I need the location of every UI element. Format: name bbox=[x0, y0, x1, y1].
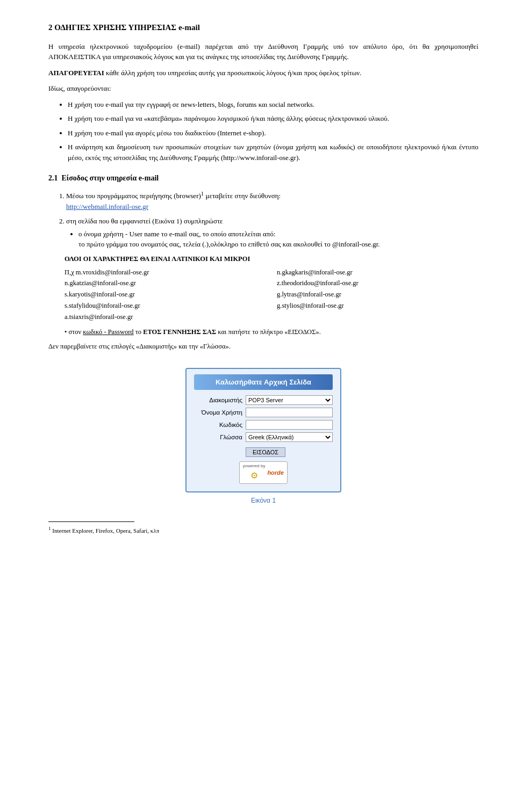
apag-text: κάθε άλλη χρήση του υπηρεσίας αυτής για … bbox=[104, 69, 362, 77]
list-item: Η ανάρτηση και δημοσίευση των προσωπικών… bbox=[68, 142, 478, 163]
all-caps-note: ΟΛΟΙ ΟΙ ΧΑΡΑΚΤΗΡΕΣ ΘΑ ΕΙΝΑΙ ΛΑΤΙΝΙΚΟΙ ΚΑ… bbox=[64, 254, 478, 264]
login-button[interactable]: ΕΙΣΟΔΟΣ bbox=[246, 447, 285, 457]
button-row: ΕΙΣΟΔΟΣ bbox=[194, 445, 333, 457]
diakомistis-row: Διακομιστής POP3 Server bbox=[194, 395, 333, 405]
figure-container: Καλωσήρθατε Αρχική Σελίδα Διακομιστής PO… bbox=[183, 368, 344, 506]
horde-badge: powered by ⚙ horde bbox=[239, 461, 288, 484]
step-1: 1. Μέσω του προγράμματος περιήγησης (bro… bbox=[59, 189, 478, 212]
footnote-separator bbox=[48, 521, 134, 522]
step2-bullets: ο όνομα χρήστη - User name το e-mail σας… bbox=[78, 229, 478, 250]
list-item: Η χρήση του e-mail για να «κατεβάσμα» πα… bbox=[68, 113, 478, 124]
email-ex-4-right: g.stylios@inforail-ose.gr bbox=[277, 301, 478, 311]
restriction-list: Η χρήση του e-mail για την εγγραφή σε ne… bbox=[68, 99, 478, 163]
username-row: Όνομα Χρήστη bbox=[194, 408, 333, 417]
footnote-text: Internet Explorer, Firefox, Opera, Safar… bbox=[52, 527, 159, 534]
password-prefix: στον bbox=[69, 328, 83, 336]
step2-sub1-text: το πρώτο γράμμα του ονοματός σας, τελεία… bbox=[78, 240, 380, 248]
intro-paragraph: Η υπηρεσία ηλεκτρονικού ταχυδρομείου (e-… bbox=[48, 41, 478, 62]
email-ex-2-left: n.gkatzias@inforail-ose.gr bbox=[64, 278, 266, 288]
step-2: 2. στη σελίδα που θα εμφανιστεί (Εικόνα … bbox=[59, 216, 478, 250]
email-ex-4-left: s.stafylidou@inforail-ose.gr bbox=[64, 301, 266, 311]
horde-gear-icon: ⚙ bbox=[250, 469, 258, 482]
step2-bullet-1: ο όνομα χρήστη - User name το e-mail σας… bbox=[78, 229, 478, 250]
horde-label: horde bbox=[267, 468, 284, 477]
section-title: 2 ΟΔΗΓΙΕΣ ΧΡΗΣΗΣ ΥΠΗΡΕΣΙΑΣ e-mail bbox=[48, 21, 478, 34]
email-ex-5-left: a.tsiaxris@inforail-ose.gr bbox=[64, 312, 266, 322]
step1-link[interactable]: http://webmail.inforail-ose.gr bbox=[66, 202, 148, 211]
language-label: Γλώσσα bbox=[194, 433, 242, 442]
footnote: 1 Internet Explorer, Firefox, Opera, Saf… bbox=[48, 525, 478, 535]
password-suffix: το ΕΤΟΣ ΓΕΝΝΗΣΗΣ ΣΑΣ και πατήστε το πλήκ… bbox=[134, 328, 321, 336]
footnote-number: 1 bbox=[48, 526, 51, 531]
diatopoi-note: Δεν παρεμβαίνετε στις επιλογές «Διακομισ… bbox=[48, 342, 478, 352]
email-ex-1-right: n.gkagkaris@inforail-ose.gr bbox=[277, 267, 478, 278]
email-ex-3-left: s.karyotis@inforail-ose.gr bbox=[64, 289, 266, 300]
password-label: Κωδικός bbox=[194, 421, 242, 430]
password-input[interactable] bbox=[246, 420, 333, 430]
horde-logo: powered by ⚙ horde bbox=[194, 461, 333, 484]
login-box-title: Καλωσήρθατε Αρχική Σελίδα bbox=[194, 374, 333, 390]
step2-bullet-text: ο όνομα χρήστη - User name το e-mail σας… bbox=[78, 230, 276, 238]
subsection-number: 2.1 bbox=[48, 174, 58, 182]
username-label: Όνομα Χρήστη bbox=[194, 408, 242, 417]
email-ex-3-right: g.lytras@inforail-ose.gr bbox=[277, 289, 478, 300]
subsection-heading: Είσοδος στην υπηρεσία e-mail bbox=[62, 174, 159, 182]
diakomistis-select[interactable]: POP3 Server bbox=[246, 395, 333, 405]
figure-caption: Εικόνα 1 bbox=[251, 496, 276, 505]
username-input[interactable] bbox=[246, 408, 333, 417]
steps-list: 1. Μέσω του προγράμματος περιήγησης (bro… bbox=[59, 189, 478, 250]
list-item: Η χρήση του e-mail για την εγγραφή σε ne… bbox=[68, 99, 478, 110]
section-number: 2 bbox=[48, 23, 53, 32]
login-box: Καλωσήρθατε Αρχική Σελίδα Διακομιστής PO… bbox=[185, 368, 341, 493]
password-line: • στον κωδικό - Password το ΕΤΟΣ ΓΕΝΝΗΣΗ… bbox=[64, 327, 478, 337]
step2-num: 2. bbox=[59, 217, 64, 225]
email-ex-5-right bbox=[277, 312, 478, 322]
diakомistis-label: Διακομιστής bbox=[194, 396, 242, 405]
section-heading: ΟΔΗΓΙΕΣ ΧΡΗΣΗΣ ΥΠΗΡΕΣΙΑΣ e-mail bbox=[54, 23, 200, 32]
password-row: Κωδικός bbox=[194, 420, 333, 430]
apag-paragraph: ΑΠΑΓΟΡΕΥΕΤΑΙ κάθε άλλη χρήση του υπηρεσί… bbox=[48, 68, 478, 78]
step1-text2: μεταβείτε στην διεύθυνση: bbox=[204, 192, 281, 200]
language-row: Γλώσσα Greek (Ελληνικά) bbox=[194, 432, 333, 442]
password-underline: κωδικό - Password bbox=[83, 328, 133, 336]
language-select[interactable]: Greek (Ελληνικά) bbox=[246, 432, 333, 442]
email-ex-2-right: z.theodoridou@inforail-ose.gr bbox=[277, 278, 478, 288]
step1-text: Μέσω του προγράμματος περιήγησης (browse… bbox=[66, 192, 201, 200]
idios-paragraph: Ιδίως, απαγορεύονται: bbox=[48, 83, 478, 94]
email-ex-1-left: Π,χ m.vroxidis@inforail-ose.gr bbox=[64, 267, 266, 278]
step2-text: στη σελίδα που θα εμφανιστεί (Εικόνα 1) … bbox=[66, 217, 223, 225]
subsection-2-1-title: 2.1 Είσοδος στην υπηρεσία e-mail bbox=[48, 172, 478, 184]
step1-num: 1. bbox=[59, 192, 64, 200]
email-examples-grid: Π,χ m.vroxidis@inforail-ose.gr n.gkagkar… bbox=[64, 267, 478, 322]
powered-by-text: powered by ⚙ bbox=[243, 463, 265, 482]
list-item: Η χρήση του e-mail για αγορές μέσω του δ… bbox=[68, 128, 478, 139]
apag-keyword: ΑΠΑΓΟΡΕΥΕΤΑΙ bbox=[48, 69, 104, 77]
